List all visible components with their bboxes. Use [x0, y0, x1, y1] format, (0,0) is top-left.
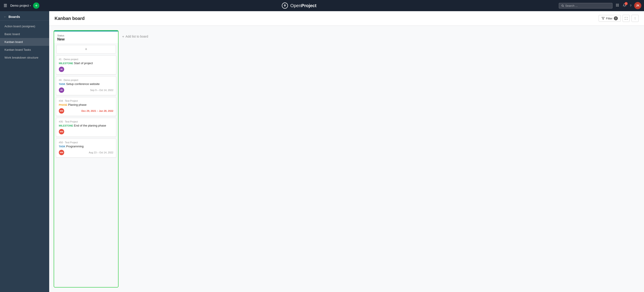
card-meta: #34 · Test Project: [59, 100, 113, 102]
card-footer: JK: [59, 67, 113, 72]
fullscreen-icon: [624, 17, 628, 20]
sidebar-item-kanban-tasks[interactable]: Kanban board Tasks: [0, 46, 49, 54]
card-dates: Sep 9 – Oct 14, 2022: [90, 89, 113, 92]
card-title: MILESTONE Start of project: [59, 62, 113, 65]
card-avatar: MM: [59, 150, 64, 155]
svg-point-13: [635, 17, 635, 18]
card-name: Programming: [66, 145, 84, 148]
sidebar-item-wbs[interactable]: Work breakdown structure: [0, 54, 49, 62]
card-4[interactable]: #4 · Demo project TASK Setup conference …: [56, 76, 116, 95]
more-options-btn[interactable]: [632, 15, 639, 22]
add-list-plus-icon: +: [122, 35, 124, 39]
card-dates: Aug 23 – Oct 14, 2022: [89, 151, 113, 154]
card-35[interactable]: #35 · Test Project MILESTONE End of the …: [56, 118, 116, 137]
svg-line-2: [563, 6, 564, 7]
column-add-card-btn[interactable]: +: [56, 45, 116, 54]
svg-rect-9: [616, 6, 617, 6]
logo-text-open: Open: [290, 3, 301, 8]
main-content: Kanban board Filter 0: [49, 11, 644, 292]
card-name: Setup conference website: [66, 82, 100, 86]
card-project: Demo project: [64, 58, 78, 60]
app-logo: OpenProject: [42, 2, 556, 9]
card-meta: #1 · Demo project: [59, 58, 113, 60]
add-list-btn[interactable]: + Add list to board: [122, 30, 148, 288]
filter-label: Filter: [606, 17, 612, 20]
card-project: Test Project: [65, 141, 78, 144]
search-icon: [561, 4, 564, 7]
card-id: #1: [59, 58, 62, 60]
project-selector[interactable]: Demo project ▾: [10, 4, 31, 8]
svg-rect-10: [617, 6, 618, 6]
filter-button[interactable]: Filter 0: [598, 15, 621, 22]
sidebar-back-btn[interactable]: ←: [4, 15, 7, 18]
card-project: Test Project: [65, 100, 78, 102]
card-1[interactable]: #1 · Demo project MILESTONE Start of pro…: [56, 56, 116, 74]
help-btn[interactable]: ?: [629, 3, 632, 8]
card-meta: #50 · Test Project: [59, 141, 113, 144]
sidebar-item-action-board[interactable]: Action board (assignee): [0, 22, 49, 30]
user-avatar[interactable]: JK: [634, 2, 641, 9]
svg-rect-6: [616, 5, 617, 6]
notification-badge: 1: [624, 2, 628, 5]
sidebar-item-basic-board[interactable]: Basic board: [0, 30, 49, 38]
card-avatar: MM: [59, 108, 64, 114]
card-footer: MM Dec 29, 2021 – Jan 28, 2022: [59, 108, 113, 114]
card-project: Test Project: [65, 120, 78, 123]
card-name: End of the planing phase: [74, 124, 106, 127]
svg-rect-4: [617, 4, 618, 4]
svg-point-15: [635, 19, 635, 20]
card-avatar: JK: [59, 88, 64, 93]
logo-icon: [282, 2, 288, 9]
card-id: #4: [59, 79, 62, 82]
fullscreen-btn[interactable]: [622, 15, 630, 22]
card-title: PHASE Planing phase: [59, 103, 113, 106]
hamburger-menu[interactable]: ☰: [3, 2, 8, 9]
search-input[interactable]: [565, 4, 610, 8]
page-header: Kanban board Filter 0: [49, 11, 644, 26]
card-avatar: JK: [59, 67, 64, 72]
search-bar[interactable]: [559, 3, 612, 8]
card-title: TASK Setup conference website: [59, 82, 113, 86]
card-type: MILESTONE: [59, 62, 73, 64]
card-name: Planing phase: [68, 103, 86, 106]
card-id: #34: [59, 100, 63, 102]
card-50[interactable]: #50 · Test Project TASK Programming MM A…: [56, 138, 116, 158]
logo-text-project: Project: [301, 3, 316, 8]
card-dates: Dec 29, 2021 – Jan 28, 2022: [82, 110, 113, 112]
header-actions: Filter 0: [598, 15, 639, 22]
add-list-label: Add list to board: [126, 35, 148, 38]
card-type: MILESTONE: [59, 124, 73, 127]
svg-rect-8: [618, 5, 619, 6]
grid-icon-btn[interactable]: [615, 2, 620, 9]
card-title: TASK Programming: [59, 145, 113, 148]
filter-count: 0: [614, 16, 618, 20]
add-button[interactable]: +: [33, 2, 39, 9]
app-body: ← Boards Action board (assignee) Basic b…: [0, 11, 644, 292]
svg-rect-11: [618, 6, 619, 6]
sidebar-item-kanban-board[interactable]: Kanban board: [0, 38, 49, 46]
svg-marker-12: [602, 17, 604, 20]
sidebar-title: Boards: [8, 15, 20, 18]
card-type: TASK: [59, 83, 65, 86]
column-cards: #1 · Demo project MILESTONE Start of pro…: [54, 56, 118, 287]
card-name: Start of project: [74, 62, 93, 65]
svg-point-1: [562, 5, 563, 6]
card-footer: MM: [59, 129, 113, 134]
card-type: PHASE: [59, 104, 67, 106]
project-name: Demo project: [10, 4, 29, 8]
card-footer: MM Aug 23 – Oct 14, 2022: [59, 150, 113, 155]
top-navigation: ☰ Demo project ▾ + OpenProject: [0, 0, 644, 11]
more-icon: [634, 17, 636, 20]
board-area: Status New + #1 · Demo project MILESTONE: [49, 26, 644, 292]
svg-point-14: [635, 18, 635, 18]
nav-actions: 1 ? JK: [615, 2, 641, 9]
grid-icon: [616, 3, 619, 7]
svg-rect-5: [618, 4, 619, 4]
card-title: MILESTONE End of the planing phase: [59, 124, 113, 127]
svg-rect-3: [616, 4, 617, 4]
card-meta: #35 · Test Project: [59, 120, 113, 123]
card-34[interactable]: #34 · Test Project PHASE Planing phase M…: [56, 97, 116, 116]
card-avatar: MM: [59, 129, 64, 134]
card-footer: JK Sep 9 – Oct 14, 2022: [59, 88, 113, 93]
notifications-btn[interactable]: 1: [622, 2, 627, 9]
